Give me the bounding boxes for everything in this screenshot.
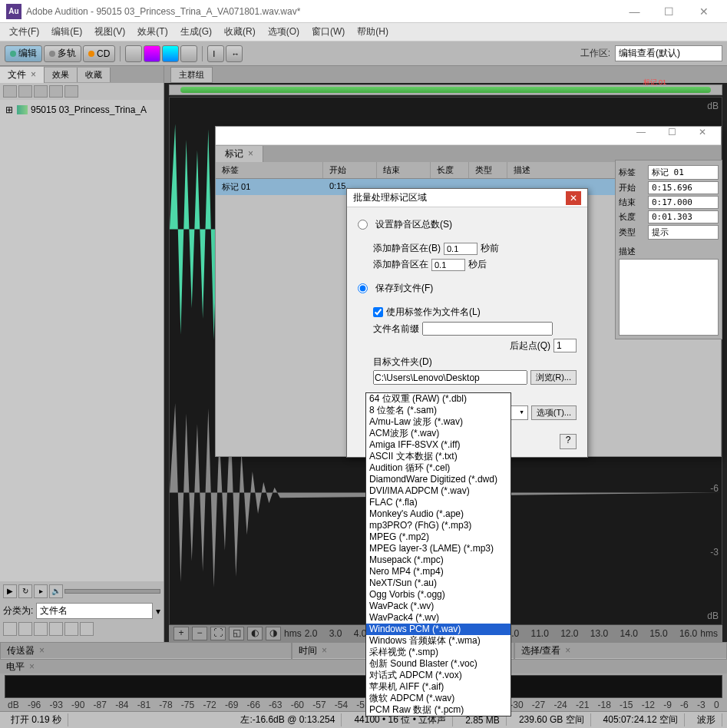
- lb-icon-4[interactable]: [49, 622, 63, 636]
- format-dropdown-list[interactable]: 64 位双重 (RAW) (*.dbl)8 位签名 (*.sam)A/mu-La…: [365, 392, 511, 716]
- loop-small-icon[interactable]: ↻: [18, 584, 32, 598]
- menu-view[interactable]: 视图(V): [90, 24, 130, 40]
- menu-file[interactable]: 文件(F): [5, 24, 44, 40]
- zoom-out-icon[interactable]: −: [192, 627, 207, 640]
- close-icon[interactable]: ×: [31, 69, 36, 80]
- effects-tab[interactable]: 效果: [45, 68, 78, 82]
- favorites-tab[interactable]: 收藏: [78, 68, 111, 82]
- format-option[interactable]: MPEG (*.mp2): [366, 531, 511, 543]
- zoom-sel-icon[interactable]: ◱: [229, 627, 244, 640]
- vol-small-icon[interactable]: 🔉: [49, 584, 63, 598]
- format-option[interactable]: Audition 循环 (*.cel): [366, 462, 511, 474]
- col-type[interactable]: 类型: [469, 162, 507, 178]
- format-option[interactable]: WavPack4 (*.wv): [366, 612, 511, 624]
- help-button[interactable]: ?: [560, 434, 577, 449]
- move-tool-icon[interactable]: ↔: [226, 45, 243, 62]
- prop-label-value[interactable]: 标记 01: [648, 165, 719, 180]
- play-small-icon[interactable]: ▶: [3, 584, 17, 598]
- close-icon[interactable]: ×: [29, 661, 35, 672]
- format-option[interactable]: PCM Raw 数据 (*.pcm): [366, 704, 511, 716]
- panel-minimize-icon[interactable]: —: [626, 127, 656, 144]
- menu-generate[interactable]: 生成(G): [176, 24, 216, 40]
- format-option[interactable]: MPEG layer-3 (LAME) (*.mp3): [366, 543, 511, 554]
- menu-options[interactable]: 选项(O): [263, 24, 304, 40]
- menu-favorites[interactable]: 收藏(R): [220, 24, 260, 40]
- close-icon[interactable]: ×: [248, 148, 253, 159]
- close-icon[interactable]: ×: [322, 645, 327, 656]
- lb-icon-1[interactable]: [3, 622, 17, 636]
- menu-window[interactable]: 窗口(W): [307, 24, 349, 40]
- format-option[interactable]: Windows 音频媒体 (*.wma): [366, 635, 511, 647]
- multitrack-button[interactable]: 多轨: [44, 45, 81, 62]
- prop-type-value[interactable]: 提示: [648, 225, 719, 240]
- format-option[interactable]: Amiga IFF-8SVX (*.iff): [366, 439, 511, 451]
- format-option[interactable]: ASCII 文本数据 (*.txt): [366, 451, 511, 462]
- zoom-in-icon[interactable]: +: [173, 627, 189, 640]
- files-tab[interactable]: 文件×: [0, 67, 45, 83]
- zoom-in-right-icon[interactable]: ◑: [266, 627, 281, 640]
- format-option[interactable]: DVI/IMA ADPCM (*.wav): [366, 485, 511, 497]
- format-option[interactable]: 苹果机 AIFF (*.aif): [366, 681, 511, 693]
- prop-start-value[interactable]: 0:15.696: [648, 181, 719, 194]
- col-label[interactable]: 标签: [216, 162, 323, 178]
- autoplay-small-icon[interactable]: ▸: [34, 584, 48, 598]
- zoom-in-left-icon[interactable]: ◐: [247, 627, 263, 640]
- add-before-input[interactable]: [444, 243, 478, 255]
- preview-slider[interactable]: [64, 589, 160, 594]
- panel-close-icon[interactable]: ✕: [687, 127, 718, 144]
- lb-icon-2[interactable]: [18, 622, 32, 636]
- format-option[interactable]: 8 位签名 (*.sam): [366, 405, 511, 416]
- col-length[interactable]: 长度: [431, 162, 469, 178]
- mastergroup-tab[interactable]: 主群组: [170, 67, 213, 83]
- format-option[interactable]: 采样视觉 (*.smp): [366, 647, 511, 658]
- panel-maximize-icon[interactable]: ☐: [656, 127, 687, 144]
- close-file-icon[interactable]: [18, 85, 32, 98]
- format-option[interactable]: Musepack (*.mpc): [366, 554, 511, 566]
- minimize-button[interactable]: —: [617, 1, 652, 22]
- format-option[interactable]: 创新 Sound Blaster (*.voc): [366, 658, 511, 670]
- sort-opt-icon[interactable]: ▾: [156, 606, 160, 617]
- workspace-select[interactable]: 编辑查看(默认): [615, 45, 722, 61]
- menu-help[interactable]: 帮助(H): [352, 24, 393, 40]
- target-folder-input[interactable]: [373, 370, 527, 385]
- spectral2-icon[interactable]: [144, 45, 160, 62]
- insert-icon[interactable]: [34, 85, 48, 98]
- suffix-input[interactable]: [554, 339, 577, 352]
- cd-button[interactable]: CD: [83, 45, 115, 62]
- sort-select[interactable]: 文件名: [36, 603, 153, 619]
- close-icon[interactable]: ×: [39, 645, 45, 656]
- expand-icon[interactable]: ⊞: [5, 104, 14, 115]
- edit-icon[interactable]: [49, 85, 63, 98]
- maximize-button[interactable]: ☐: [652, 1, 686, 22]
- timeline-overview[interactable]: 标记 01: [169, 84, 722, 95]
- lb-icon-5[interactable]: [64, 622, 78, 636]
- dialog-close-button[interactable]: ✕: [566, 191, 581, 205]
- menu-edit[interactable]: 编辑(E): [47, 24, 87, 40]
- spectral-icon[interactable]: [125, 45, 142, 62]
- format-option[interactable]: DiamondWare Digitized (*.dwd): [366, 474, 511, 485]
- prop-desc-box[interactable]: [619, 259, 719, 336]
- format-option[interactable]: ACM波形 (*.wav): [366, 428, 511, 439]
- file-item[interactable]: ⊞ 95015 03_Princess_Trina_A: [3, 103, 160, 117]
- options-button[interactable]: 选项(T)...: [531, 405, 577, 420]
- col-start[interactable]: 开始: [323, 162, 377, 178]
- close-icon[interactable]: ×: [565, 645, 570, 656]
- format-option[interactable]: mp3PRO? (FhG) (*.mp3): [366, 520, 511, 531]
- format-option[interactable]: WavPack (*.wv): [366, 601, 511, 612]
- format-option[interactable]: 64 位双重 (RAW) (*.dbl): [366, 393, 511, 405]
- close-button[interactable]: ✕: [686, 1, 721, 22]
- format-option[interactable]: Ogg Vorbis (*.ogg): [366, 589, 511, 601]
- format-option[interactable]: 微软 ADPCM (*.wav): [366, 693, 511, 704]
- more-icon[interactable]: [64, 85, 78, 98]
- marker-tab[interactable]: 标记×: [216, 146, 263, 162]
- browse-button[interactable]: 浏览(R)...: [530, 370, 577, 385]
- radio-save-file[interactable]: [358, 283, 368, 293]
- format-option[interactable]: Windows PCM (*.wav): [366, 624, 511, 635]
- cursor-tool-icon[interactable]: I: [207, 45, 224, 62]
- zoom-full-icon[interactable]: ⛶: [210, 627, 226, 640]
- spectral3-icon[interactable]: [162, 45, 179, 62]
- spectral4-icon[interactable]: [180, 45, 197, 62]
- radio-set-silence[interactable]: [358, 220, 368, 230]
- lb-icon-3[interactable]: [34, 622, 48, 636]
- use-label-checkbox[interactable]: [373, 307, 383, 317]
